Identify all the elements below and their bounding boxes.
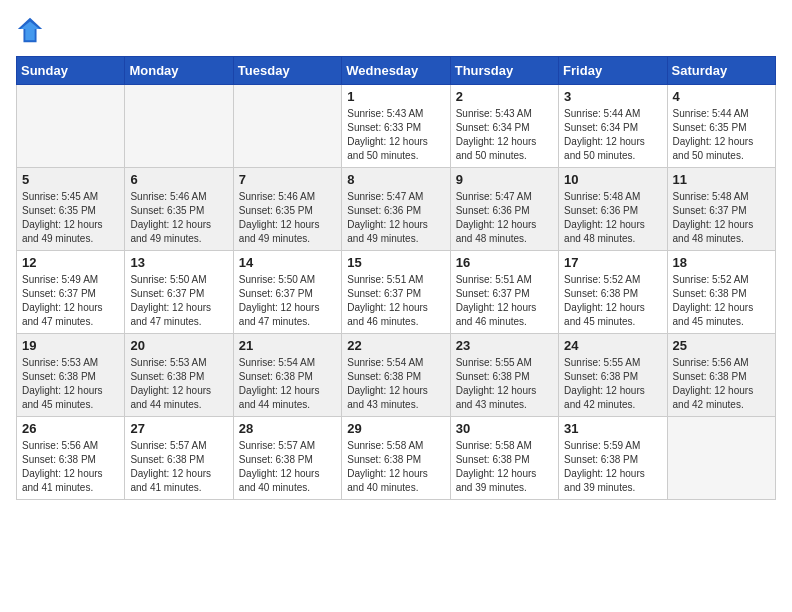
calendar-cell: 27Sunrise: 5:57 AM Sunset: 6:38 PM Dayli… <box>125 417 233 500</box>
calendar-cell <box>667 417 775 500</box>
calendar-cell: 16Sunrise: 5:51 AM Sunset: 6:37 PM Dayli… <box>450 251 558 334</box>
calendar-cell: 22Sunrise: 5:54 AM Sunset: 6:38 PM Dayli… <box>342 334 450 417</box>
day-info: Sunrise: 5:59 AM Sunset: 6:38 PM Dayligh… <box>564 439 661 495</box>
day-number: 3 <box>564 89 661 104</box>
calendar-cell: 26Sunrise: 5:56 AM Sunset: 6:38 PM Dayli… <box>17 417 125 500</box>
calendar-cell: 11Sunrise: 5:48 AM Sunset: 6:37 PM Dayli… <box>667 168 775 251</box>
calendar-cell: 30Sunrise: 5:58 AM Sunset: 6:38 PM Dayli… <box>450 417 558 500</box>
calendar-cell: 14Sunrise: 5:50 AM Sunset: 6:37 PM Dayli… <box>233 251 341 334</box>
day-info: Sunrise: 5:50 AM Sunset: 6:37 PM Dayligh… <box>130 273 227 329</box>
calendar-cell: 9Sunrise: 5:47 AM Sunset: 6:36 PM Daylig… <box>450 168 558 251</box>
calendar-cell: 15Sunrise: 5:51 AM Sunset: 6:37 PM Dayli… <box>342 251 450 334</box>
day-info: Sunrise: 5:52 AM Sunset: 6:38 PM Dayligh… <box>564 273 661 329</box>
day-info: Sunrise: 5:53 AM Sunset: 6:38 PM Dayligh… <box>22 356 119 412</box>
calendar-cell: 7Sunrise: 5:46 AM Sunset: 6:35 PM Daylig… <box>233 168 341 251</box>
day-number: 9 <box>456 172 553 187</box>
calendar-cell: 17Sunrise: 5:52 AM Sunset: 6:38 PM Dayli… <box>559 251 667 334</box>
calendar-cell: 29Sunrise: 5:58 AM Sunset: 6:38 PM Dayli… <box>342 417 450 500</box>
day-number: 16 <box>456 255 553 270</box>
day-number: 13 <box>130 255 227 270</box>
day-info: Sunrise: 5:56 AM Sunset: 6:38 PM Dayligh… <box>673 356 770 412</box>
calendar-cell: 25Sunrise: 5:56 AM Sunset: 6:38 PM Dayli… <box>667 334 775 417</box>
day-info: Sunrise: 5:52 AM Sunset: 6:38 PM Dayligh… <box>673 273 770 329</box>
day-info: Sunrise: 5:56 AM Sunset: 6:38 PM Dayligh… <box>22 439 119 495</box>
day-info: Sunrise: 5:55 AM Sunset: 6:38 PM Dayligh… <box>564 356 661 412</box>
day-info: Sunrise: 5:49 AM Sunset: 6:37 PM Dayligh… <box>22 273 119 329</box>
calendar-header-row: SundayMondayTuesdayWednesdayThursdayFrid… <box>17 57 776 85</box>
calendar-table: SundayMondayTuesdayWednesdayThursdayFrid… <box>16 56 776 500</box>
day-info: Sunrise: 5:44 AM Sunset: 6:35 PM Dayligh… <box>673 107 770 163</box>
day-info: Sunrise: 5:48 AM Sunset: 6:36 PM Dayligh… <box>564 190 661 246</box>
calendar-cell: 23Sunrise: 5:55 AM Sunset: 6:38 PM Dayli… <box>450 334 558 417</box>
day-number: 21 <box>239 338 336 353</box>
day-number: 28 <box>239 421 336 436</box>
day-info: Sunrise: 5:50 AM Sunset: 6:37 PM Dayligh… <box>239 273 336 329</box>
calendar-cell: 3Sunrise: 5:44 AM Sunset: 6:34 PM Daylig… <box>559 85 667 168</box>
day-number: 5 <box>22 172 119 187</box>
calendar-week-row: 26Sunrise: 5:56 AM Sunset: 6:38 PM Dayli… <box>17 417 776 500</box>
day-number: 18 <box>673 255 770 270</box>
calendar-cell: 1Sunrise: 5:43 AM Sunset: 6:33 PM Daylig… <box>342 85 450 168</box>
calendar-cell: 13Sunrise: 5:50 AM Sunset: 6:37 PM Dayli… <box>125 251 233 334</box>
weekday-header-monday: Monday <box>125 57 233 85</box>
day-number: 23 <box>456 338 553 353</box>
day-number: 15 <box>347 255 444 270</box>
calendar-cell: 28Sunrise: 5:57 AM Sunset: 6:38 PM Dayli… <box>233 417 341 500</box>
day-info: Sunrise: 5:43 AM Sunset: 6:34 PM Dayligh… <box>456 107 553 163</box>
calendar-cell: 18Sunrise: 5:52 AM Sunset: 6:38 PM Dayli… <box>667 251 775 334</box>
calendar-cell: 5Sunrise: 5:45 AM Sunset: 6:35 PM Daylig… <box>17 168 125 251</box>
weekday-header-tuesday: Tuesday <box>233 57 341 85</box>
day-info: Sunrise: 5:47 AM Sunset: 6:36 PM Dayligh… <box>347 190 444 246</box>
calendar-cell: 20Sunrise: 5:53 AM Sunset: 6:38 PM Dayli… <box>125 334 233 417</box>
day-info: Sunrise: 5:51 AM Sunset: 6:37 PM Dayligh… <box>456 273 553 329</box>
calendar-cell: 2Sunrise: 5:43 AM Sunset: 6:34 PM Daylig… <box>450 85 558 168</box>
day-number: 27 <box>130 421 227 436</box>
calendar-week-row: 12Sunrise: 5:49 AM Sunset: 6:37 PM Dayli… <box>17 251 776 334</box>
day-number: 2 <box>456 89 553 104</box>
day-number: 25 <box>673 338 770 353</box>
day-info: Sunrise: 5:58 AM Sunset: 6:38 PM Dayligh… <box>456 439 553 495</box>
logo <box>16 16 48 44</box>
day-number: 22 <box>347 338 444 353</box>
day-number: 11 <box>673 172 770 187</box>
day-number: 14 <box>239 255 336 270</box>
day-info: Sunrise: 5:53 AM Sunset: 6:38 PM Dayligh… <box>130 356 227 412</box>
calendar-week-row: 19Sunrise: 5:53 AM Sunset: 6:38 PM Dayli… <box>17 334 776 417</box>
day-number: 1 <box>347 89 444 104</box>
calendar-cell: 6Sunrise: 5:46 AM Sunset: 6:35 PM Daylig… <box>125 168 233 251</box>
calendar-week-row: 1Sunrise: 5:43 AM Sunset: 6:33 PM Daylig… <box>17 85 776 168</box>
day-info: Sunrise: 5:44 AM Sunset: 6:34 PM Dayligh… <box>564 107 661 163</box>
weekday-header-friday: Friday <box>559 57 667 85</box>
day-number: 4 <box>673 89 770 104</box>
calendar-cell: 12Sunrise: 5:49 AM Sunset: 6:37 PM Dayli… <box>17 251 125 334</box>
day-number: 7 <box>239 172 336 187</box>
day-number: 12 <box>22 255 119 270</box>
calendar-cell: 4Sunrise: 5:44 AM Sunset: 6:35 PM Daylig… <box>667 85 775 168</box>
day-number: 8 <box>347 172 444 187</box>
day-info: Sunrise: 5:43 AM Sunset: 6:33 PM Dayligh… <box>347 107 444 163</box>
day-number: 29 <box>347 421 444 436</box>
day-info: Sunrise: 5:55 AM Sunset: 6:38 PM Dayligh… <box>456 356 553 412</box>
day-number: 31 <box>564 421 661 436</box>
day-number: 6 <box>130 172 227 187</box>
day-info: Sunrise: 5:58 AM Sunset: 6:38 PM Dayligh… <box>347 439 444 495</box>
day-info: Sunrise: 5:57 AM Sunset: 6:38 PM Dayligh… <box>130 439 227 495</box>
calendar-cell <box>17 85 125 168</box>
day-info: Sunrise: 5:54 AM Sunset: 6:38 PM Dayligh… <box>239 356 336 412</box>
weekday-header-saturday: Saturday <box>667 57 775 85</box>
day-number: 30 <box>456 421 553 436</box>
calendar-cell <box>125 85 233 168</box>
calendar-cell <box>233 85 341 168</box>
day-number: 24 <box>564 338 661 353</box>
weekday-header-thursday: Thursday <box>450 57 558 85</box>
day-info: Sunrise: 5:48 AM Sunset: 6:37 PM Dayligh… <box>673 190 770 246</box>
day-info: Sunrise: 5:57 AM Sunset: 6:38 PM Dayligh… <box>239 439 336 495</box>
page-header <box>16 16 776 44</box>
calendar-cell: 31Sunrise: 5:59 AM Sunset: 6:38 PM Dayli… <box>559 417 667 500</box>
weekday-header-sunday: Sunday <box>17 57 125 85</box>
day-number: 26 <box>22 421 119 436</box>
day-number: 17 <box>564 255 661 270</box>
weekday-header-wednesday: Wednesday <box>342 57 450 85</box>
calendar-cell: 21Sunrise: 5:54 AM Sunset: 6:38 PM Dayli… <box>233 334 341 417</box>
day-number: 10 <box>564 172 661 187</box>
